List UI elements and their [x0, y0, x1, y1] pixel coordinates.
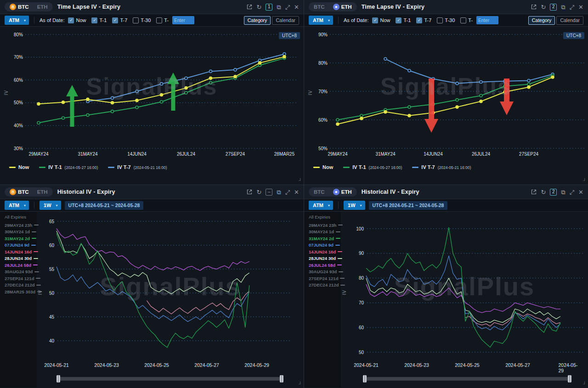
- checkbox-t-7[interactable]: ✓T-7: [112, 17, 127, 23]
- external-link-icon[interactable]: [247, 189, 252, 195]
- calendar-button[interactable]: Calendar: [272, 16, 299, 25]
- strike-select[interactable]: ATM▾: [5, 201, 29, 210]
- resize-handle[interactable]: ┘: [583, 382, 586, 387]
- resize-handle[interactable]: ┘: [299, 382, 302, 387]
- close-icon[interactable]: ✕: [294, 189, 299, 195]
- expand-icon[interactable]: ⤢: [285, 189, 290, 195]
- resize-handle[interactable]: ┘: [583, 178, 586, 183]
- external-link-icon[interactable]: [247, 4, 252, 10]
- t-custom-input[interactable]: [476, 16, 498, 24]
- expiry-item[interactable]: 26JUL24 58d: [309, 263, 341, 268]
- checkbox-now[interactable]: ✓Now: [372, 17, 390, 23]
- external-link-icon[interactable]: [531, 189, 537, 195]
- date-range-chip[interactable]: UTC+8 2024-05-21 ~ 2024-05-28: [369, 201, 448, 210]
- time-range-slider[interactable]: [57, 375, 283, 382]
- expiry-item[interactable]: 27DEC24 212d: [309, 282, 341, 287]
- expiry-item[interactable]: 28JUN24 30d: [309, 256, 341, 261]
- duplicate-icon[interactable]: ⧉: [277, 189, 281, 195]
- expiry-item[interactable]: 14JUN24 16d: [5, 249, 37, 254]
- strike-select[interactable]: ATM▾: [309, 201, 333, 210]
- expiry-item[interactable]: 30MAY24 1d: [309, 229, 341, 234]
- tab-count-badge[interactable]: –: [266, 189, 272, 196]
- checkbox-t-1[interactable]: ✓T-1: [396, 17, 411, 23]
- legend-item[interactable]: IV T-7(2024-05-21 16:00): [108, 164, 167, 170]
- tab-count-badge[interactable]: 1: [266, 4, 272, 11]
- legend-item[interactable]: Now: [313, 164, 333, 170]
- checkbox-icon[interactable]: ✓: [396, 17, 401, 23]
- expand-icon[interactable]: ⤢: [285, 4, 290, 10]
- legend-item[interactable]: IV T-1(2024-05-27 16:00): [39, 164, 98, 170]
- expiry-item[interactable]: 30AUG24 93d: [5, 269, 37, 274]
- slider-handle-left[interactable]: [57, 375, 60, 382]
- checkbox-icon[interactable]: ✓: [112, 17, 118, 23]
- expiry-item[interactable]: 28JUN24 30d: [5, 256, 37, 261]
- tab-eth[interactable]: ETH: [34, 189, 51, 195]
- refresh-icon[interactable]: ↻: [541, 189, 546, 195]
- tab-eth[interactable]: ◆ETH: [329, 3, 356, 11]
- checkbox-t-[interactable]: T-: [156, 17, 169, 23]
- legend-item[interactable]: Now: [9, 164, 29, 170]
- category-button[interactable]: Category: [244, 16, 271, 25]
- time-range-slider[interactable]: [364, 375, 571, 382]
- tab-btc[interactable]: BTC: [310, 4, 328, 10]
- strike-select[interactable]: ATM▾: [5, 16, 29, 25]
- checkbox-icon[interactable]: [133, 17, 139, 23]
- checkbox-icon[interactable]: ✓: [68, 17, 74, 23]
- checkbox-icon[interactable]: ✓: [416, 17, 422, 23]
- category-button[interactable]: Category: [528, 16, 555, 25]
- tab-btc[interactable]: BBTC: [6, 3, 33, 11]
- checkbox-icon[interactable]: ✓: [372, 17, 378, 23]
- checkbox-icon[interactable]: [437, 17, 443, 23]
- expand-icon[interactable]: ⤢: [570, 4, 574, 10]
- refresh-icon[interactable]: ↻: [541, 4, 546, 10]
- legend-item[interactable]: IV T-7(2024-05-21 16:00): [412, 164, 471, 170]
- duplicate-icon[interactable]: ⧉: [561, 4, 565, 10]
- tab-count-badge[interactable]: 2: [550, 4, 557, 11]
- duplicate-icon[interactable]: ⧉: [561, 189, 565, 195]
- tab-eth[interactable]: ◆ETH: [329, 188, 356, 196]
- calendar-button[interactable]: Calendar: [556, 16, 583, 25]
- close-icon[interactable]: ✕: [578, 189, 583, 195]
- expiry-item[interactable]: 27SEP24 121d: [309, 276, 341, 281]
- duplicate-icon[interactable]: ⧉: [277, 4, 281, 10]
- slider-handle-right[interactable]: [568, 375, 571, 382]
- slider-handle-left[interactable]: [363, 375, 367, 382]
- t-custom-input[interactable]: [172, 16, 194, 24]
- period-select[interactable]: 1W▾: [40, 201, 61, 210]
- legend-item[interactable]: IV T-1(2024-05-27 16:00): [343, 164, 402, 170]
- expiry-item[interactable]: 30MAY24 1d: [5, 229, 37, 234]
- checkbox-t-1[interactable]: ✓T-1: [91, 17, 107, 23]
- tab-count-badge[interactable]: 2: [550, 189, 557, 196]
- expiry-item[interactable]: 30AUG24 93d: [309, 269, 341, 274]
- tab-btc[interactable]: BBTC: [6, 188, 33, 196]
- period-select[interactable]: 1W▾: [344, 201, 365, 210]
- refresh-icon[interactable]: ↻: [256, 189, 261, 195]
- expiry-item[interactable]: 07JUN24 9d: [5, 242, 37, 247]
- expiry-item[interactable]: 07JUN24 9d: [309, 242, 341, 247]
- date-range-chip[interactable]: UTC+8 2024-05-21 ~ 2024-05-28: [65, 201, 144, 210]
- close-icon[interactable]: ✕: [294, 4, 299, 10]
- external-link-icon[interactable]: [531, 4, 537, 10]
- resize-handle[interactable]: ┘: [299, 178, 302, 183]
- checkbox-icon[interactable]: [460, 17, 466, 23]
- expiry-item[interactable]: 27DEC24 212d: [5, 282, 37, 287]
- checkbox-icon[interactable]: ✓: [91, 17, 97, 23]
- expand-icon[interactable]: ⤢: [570, 189, 574, 195]
- checkbox-t-30[interactable]: T-30: [133, 17, 151, 23]
- tab-eth[interactable]: ETH: [34, 4, 51, 10]
- expiry-item[interactable]: 28MAR25 303d: [5, 289, 37, 294]
- slider-handle-right[interactable]: [280, 375, 283, 382]
- expiry-item[interactable]: 31MAY24 2d: [5, 236, 37, 241]
- expiry-item[interactable]: 26JUL24 58d: [5, 263, 37, 268]
- checkbox-t-7[interactable]: ✓T-7: [416, 17, 431, 23]
- expiry-item[interactable]: 31MAY24 2d: [309, 236, 341, 241]
- expiry-item[interactable]: 29MAY24 23h: [309, 223, 341, 228]
- expiry-item[interactable]: 29MAY24 23h: [5, 223, 37, 228]
- refresh-icon[interactable]: ↻: [256, 4, 261, 10]
- checkbox-t-[interactable]: T-: [460, 17, 473, 23]
- slider-track[interactable]: [364, 377, 571, 381]
- strike-select[interactable]: ATM▾: [309, 16, 333, 25]
- expiry-item[interactable]: 27SEP24 121d: [5, 276, 37, 281]
- checkbox-icon[interactable]: [156, 17, 162, 23]
- checkbox-t-30[interactable]: T-30: [437, 17, 455, 23]
